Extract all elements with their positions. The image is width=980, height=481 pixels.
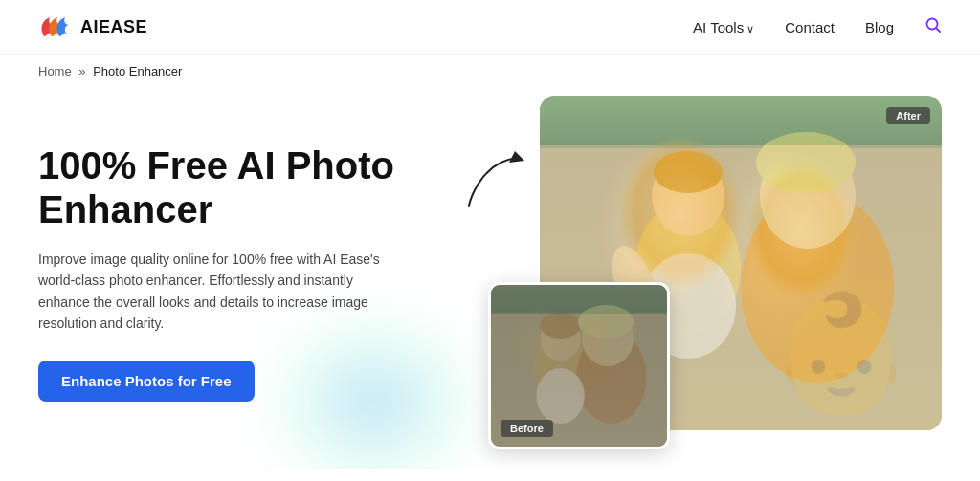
- cta-button[interactable]: Enhance Photos for Free: [38, 361, 255, 402]
- svg-rect-14: [491, 285, 667, 313]
- nav-links: AI Tools Contact Blog: [693, 16, 942, 38]
- svg-rect-4: [540, 96, 942, 148]
- hero-section: 100% Free AI Photo Enhancer Improve imag…: [0, 86, 980, 469]
- search-icon[interactable]: [924, 16, 942, 38]
- svg-marker-2: [509, 151, 524, 163]
- svg-point-21: [536, 368, 584, 424]
- breadcrumb-separator: »: [78, 64, 85, 78]
- svg-line-1: [937, 28, 941, 32]
- logo-icon: [38, 13, 73, 40]
- logo-text: AIEASE: [80, 17, 147, 37]
- hero-left: 100% Free AI Photo Enhancer Improve imag…: [38, 143, 440, 403]
- svg-point-7: [654, 151, 723, 193]
- hero-description: Improve image quality online for 100% fr…: [38, 249, 402, 335]
- nav-blog[interactable]: Blog: [865, 19, 894, 35]
- breadcrumb: Home » Photo Enhancer: [0, 55, 980, 86]
- after-label: After: [886, 107, 930, 124]
- nav-contact[interactable]: Contact: [785, 19, 835, 35]
- svg-point-20: [578, 305, 634, 339]
- hero-right: After: [479, 96, 942, 449]
- hero-title: 100% Free AI Photo Enhancer: [38, 143, 440, 231]
- navbar: AIEASE AI Tools Contact Blog: [0, 0, 980, 55]
- svg-point-0: [927, 18, 938, 29]
- svg-point-17: [540, 313, 581, 339]
- breadcrumb-current: Photo Enhancer: [93, 64, 182, 78]
- nav-ai-tools[interactable]: AI Tools: [693, 19, 754, 35]
- before-image-card: Before: [488, 282, 670, 449]
- before-label: Before: [501, 420, 553, 437]
- logo[interactable]: AIEASE: [38, 13, 147, 40]
- before-after-arrow: [450, 143, 546, 220]
- svg-point-10: [756, 132, 856, 193]
- breadcrumb-home[interactable]: Home: [38, 64, 72, 78]
